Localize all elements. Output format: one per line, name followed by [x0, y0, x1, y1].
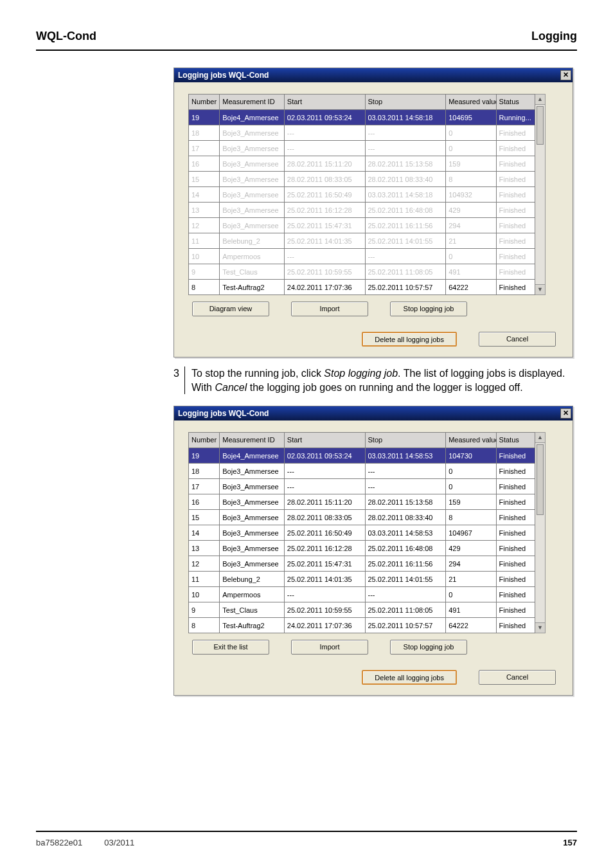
cell: Finished [496, 280, 535, 295]
table-row[interactable]: 10Ampermoos------0Finished [189, 249, 535, 264]
scroll-up-icon[interactable]: ▲ [535, 95, 545, 105]
table-row[interactable]: 17Boje3_Ammersee------0Finished [189, 141, 535, 156]
vertical-scrollbar[interactable]: ▲ ▼ [535, 432, 546, 633]
cell: 25.02.2011 14:01:35 [284, 572, 365, 587]
scroll-thumb[interactable] [537, 444, 544, 515]
table-row[interactable]: 10Ampermoos------0Finished [189, 587, 535, 602]
col-meas-val[interactable]: Measured values [446, 433, 496, 448]
cell: 104932 [446, 187, 496, 203]
cell: Boje3_Ammersee [220, 187, 285, 203]
cell: 10 [189, 587, 220, 602]
table-row[interactable]: 12Boje3_Ammersee25.02.2011 15:47:3125.02… [189, 556, 535, 572]
cancel-button[interactable]: Cancel [479, 332, 556, 347]
cell: --- [284, 587, 365, 602]
cell: 25.02.2011 16:11:56 [365, 218, 446, 233]
scroll-thumb[interactable] [537, 106, 544, 145]
cell: 25.02.2011 16:48:08 [365, 203, 446, 218]
table-row[interactable]: 16Boje3_Ammersee28.02.2011 15:11:2028.02… [189, 156, 535, 172]
cell: 03.03.2011 14:58:18 [365, 110, 446, 125]
table-row[interactable]: 8Test-Auftrag224.02.2011 17:07:3625.02.2… [189, 618, 535, 633]
cell: 9 [189, 264, 220, 280]
cell: 28.02.2011 08:33:05 [284, 510, 365, 525]
table-row[interactable]: 12Boje3_Ammersee25.02.2011 15:47:3125.02… [189, 218, 535, 233]
cell: --- [284, 141, 365, 156]
cell: Finished [496, 479, 535, 494]
table-row[interactable]: 11Belebung_225.02.2011 14:01:3525.02.201… [189, 572, 535, 587]
exit-list-button[interactable]: Exit the list [192, 640, 269, 655]
table-row[interactable]: 15Boje3_Ammersee28.02.2011 08:33:0528.02… [189, 172, 535, 187]
col-number[interactable]: Number [189, 95, 220, 110]
window-logging-jobs-finished: Logging jobs WQL-Cond ✕ Number Measureme… [173, 406, 573, 696]
cell: 25.02.2011 16:12:28 [284, 203, 365, 218]
cell: Finished [496, 125, 535, 141]
cell: 8 [189, 280, 220, 295]
table-row[interactable]: 8Test-Auftrag224.02.2011 17:07:3625.02.2… [189, 280, 535, 295]
logging-jobs-table: Number Measurement ID Start Stop Measure… [188, 94, 535, 295]
stop-logging-job-button[interactable]: Stop logging job [390, 640, 467, 655]
col-status[interactable]: Status [496, 433, 535, 448]
col-meas-id[interactable]: Measurement ID [220, 95, 285, 110]
col-meas-id[interactable]: Measurement ID [220, 433, 285, 448]
cell: 491 [446, 264, 496, 280]
footer-page: 157 [563, 838, 577, 847]
table-row[interactable]: 14Boje3_Ammersee25.02.2011 16:50:4903.03… [189, 187, 535, 203]
cell: Ampermoos [220, 587, 285, 602]
close-icon[interactable]: ✕ [560, 408, 571, 419]
window-logging-jobs-running: Logging jobs WQL-Cond ✕ Number Measureme… [173, 68, 573, 357]
cell: Finished [496, 556, 535, 572]
logging-jobs-table: Number Measurement ID Start Stop Measure… [188, 432, 535, 633]
cell: Finished [496, 587, 535, 602]
table-row[interactable]: 17Boje3_Ammersee------0Finished [189, 479, 535, 494]
col-start[interactable]: Start [284, 95, 365, 110]
cell: 28.02.2011 15:11:20 [284, 494, 365, 510]
cell: 14 [189, 525, 220, 541]
cell: 03.03.2011 14:58:53 [365, 448, 446, 464]
table-row[interactable]: 13Boje3_Ammersee25.02.2011 16:12:2825.02… [189, 203, 535, 218]
table-row[interactable]: 13Boje3_Ammersee25.02.2011 16:12:2825.02… [189, 541, 535, 556]
diagram-view-button[interactable]: Diagram view [192, 302, 269, 316]
close-icon[interactable]: ✕ [560, 70, 571, 80]
page-footer: ba75822e01 03/2011 157 [0, 838, 613, 847]
cell: Boje3_Ammersee [220, 494, 285, 510]
table-row[interactable]: 18Boje3_Ammersee------0Finished [189, 125, 535, 141]
table-row[interactable]: 19Boje4_Ammersee02.03.2011 09:53:2403.03… [189, 110, 535, 125]
col-start[interactable]: Start [284, 433, 365, 448]
import-button[interactable]: Import [291, 302, 368, 316]
table-row[interactable]: 19Boje4_Ammersee02.03.2011 09:53:2403.03… [189, 448, 535, 464]
col-stop[interactable]: Stop [365, 433, 446, 448]
cell: 21 [446, 233, 496, 249]
table-row[interactable]: 9Test_Claus25.02.2011 10:59:5525.02.2011… [189, 264, 535, 280]
col-status[interactable]: Status [496, 95, 535, 110]
table-row[interactable]: 18Boje3_Ammersee------0Finished [189, 464, 535, 479]
col-number[interactable]: Number [189, 433, 220, 448]
cell: Boje3_Ammersee [220, 464, 285, 479]
cell: 64222 [446, 280, 496, 295]
stop-logging-job-button[interactable]: Stop logging job [390, 302, 467, 316]
col-stop[interactable]: Stop [365, 95, 446, 110]
cell: --- [365, 249, 446, 264]
scroll-up-icon[interactable]: ▲ [535, 433, 545, 443]
scroll-down-icon[interactable]: ▼ [535, 622, 545, 633]
col-meas-val[interactable]: Measured values [446, 95, 496, 110]
cell: 9 [189, 602, 220, 618]
cell: 25.02.2011 10:57:57 [365, 618, 446, 633]
table-row[interactable]: 14Boje3_Ammersee25.02.2011 16:50:4903.03… [189, 525, 535, 541]
delete-all-logging-jobs-button[interactable]: Delete all logging jobs [362, 332, 457, 347]
vertical-scrollbar[interactable]: ▲ ▼ [535, 94, 546, 295]
table-row[interactable]: 11Belebung_225.02.2011 14:01:3525.02.201… [189, 233, 535, 249]
header-right: Logging [531, 30, 577, 43]
delete-all-logging-jobs-button[interactable]: Delete all logging jobs [362, 670, 457, 685]
cell: Test-Auftrag2 [220, 280, 285, 295]
cell: 16 [189, 156, 220, 172]
cell: 159 [446, 156, 496, 172]
cell: 24.02.2011 17:07:36 [284, 618, 365, 633]
cell: 25.02.2011 16:12:28 [284, 541, 365, 556]
cell: 491 [446, 602, 496, 618]
table-row[interactable]: 9Test_Claus25.02.2011 10:59:5525.02.2011… [189, 602, 535, 618]
cell: Finished [496, 203, 535, 218]
scroll-down-icon[interactable]: ▼ [535, 284, 545, 294]
table-row[interactable]: 16Boje3_Ammersee28.02.2011 15:11:2028.02… [189, 494, 535, 510]
table-row[interactable]: 15Boje3_Ammersee28.02.2011 08:33:0528.02… [189, 510, 535, 525]
cancel-button[interactable]: Cancel [479, 670, 556, 685]
import-button[interactable]: Import [291, 640, 368, 655]
